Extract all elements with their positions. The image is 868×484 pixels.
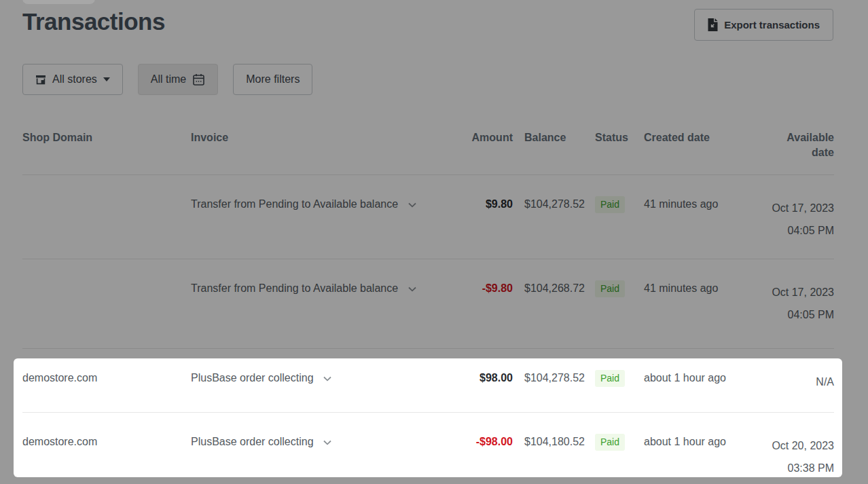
- table-row: Transfer from Pending to Available balan…: [22, 259, 834, 349]
- transactions-page: Transactions Export transactions All sto…: [0, 0, 868, 484]
- status-badge: Paid: [595, 280, 625, 297]
- column-balance: Balance: [513, 130, 592, 174]
- available-date-line2: 03:38 PM: [739, 457, 834, 479]
- page-title: Transactions: [22, 8, 165, 35]
- available-date-line1: Oct 17, 2023: [739, 281, 834, 303]
- cell-invoice: Transfer from Pending to Available balan…: [191, 197, 464, 259]
- cell-created-date: 41 minutes ago: [644, 197, 739, 259]
- table-row-highlighted: demostore.com PlusBase order collecting …: [22, 413, 834, 477]
- available-date-line1: N/A: [739, 371, 834, 393]
- cell-available-date: Oct 17, 2023 04:05 PM: [739, 197, 834, 259]
- cell-shop-domain: demostore.com: [22, 434, 191, 479]
- cell-shop-domain: [22, 281, 191, 348]
- cell-status: Paid: [592, 434, 644, 479]
- invoice-label: Transfer from Pending to Available balan…: [191, 282, 398, 294]
- cell-available-date: Oct 17, 2023 04:05 PM: [739, 281, 834, 348]
- storefront-icon: [35, 75, 46, 85]
- chevron-down-icon[interactable]: [323, 376, 331, 381]
- transactions-table: Shop Domain Invoice Amount Balance Statu…: [22, 115, 834, 477]
- table-header-row: Shop Domain Invoice Amount Balance Statu…: [22, 115, 834, 175]
- store-filter-label: All stores: [52, 73, 97, 86]
- cell-balance: $104,180.52: [513, 434, 592, 479]
- more-filters-label: More filters: [246, 73, 300, 86]
- cell-balance: $104,278.52: [513, 197, 592, 259]
- column-created-date: Created date: [644, 130, 739, 174]
- table-row: Transfer from Pending to Available balan…: [22, 175, 834, 259]
- cell-status: Paid: [592, 281, 644, 348]
- store-filter-button[interactable]: All stores: [22, 64, 123, 95]
- chevron-down-icon[interactable]: [323, 440, 331, 445]
- cell-amount: $98.00: [464, 371, 513, 412]
- cell-available-date: N/A: [739, 371, 834, 412]
- cell-invoice: PlusBase order collecting: [191, 371, 464, 412]
- available-date-line1: Oct 20, 2023: [739, 434, 834, 457]
- cell-invoice: PlusBase order collecting: [191, 434, 464, 479]
- column-shop-domain: Shop Domain: [22, 130, 191, 174]
- cell-status: Paid: [592, 197, 644, 259]
- cell-status: Paid: [592, 371, 644, 412]
- column-available-date: Available date: [739, 130, 834, 174]
- more-filters-button[interactable]: More filters: [233, 64, 312, 95]
- column-invoice: Invoice: [191, 130, 464, 174]
- status-badge: Paid: [595, 434, 625, 451]
- chevron-down-icon[interactable]: [408, 286, 416, 292]
- cell-amount: -$9.80: [464, 281, 513, 348]
- available-date-line2: 04:05 PM: [739, 303, 834, 326]
- cell-created-date: about 1 hour ago: [644, 371, 739, 412]
- cell-amount: -$98.00: [464, 434, 513, 479]
- export-button-label: Export transactions: [724, 19, 820, 31]
- chevron-down-icon[interactable]: [408, 202, 416, 208]
- export-file-icon: [708, 18, 718, 31]
- invoice-label: PlusBase order collecting: [191, 372, 314, 384]
- column-available-date-line1: Available: [739, 130, 834, 145]
- column-amount: Amount: [464, 130, 513, 174]
- cell-balance: $104,268.72: [513, 281, 592, 348]
- table-row-highlighted: demostore.com PlusBase order collecting …: [22, 349, 834, 413]
- calendar-icon: [192, 73, 205, 86]
- cell-shop-domain: [22, 197, 191, 259]
- cell-amount: $9.80: [464, 197, 513, 259]
- available-date-line2: 04:05 PM: [739, 219, 834, 242]
- filter-bar: All stores All time More filters: [22, 64, 312, 95]
- available-date-line1: Oct 17, 2023: [739, 197, 834, 219]
- cell-shop-domain: demostore.com: [22, 371, 191, 412]
- status-badge: Paid: [595, 370, 625, 387]
- cell-created-date: 41 minutes ago: [644, 281, 739, 348]
- cell-invoice: Transfer from Pending to Available balan…: [191, 281, 464, 348]
- cell-available-date: Oct 20, 2023 03:38 PM: [739, 434, 834, 479]
- cell-created-date: about 1 hour ago: [644, 434, 739, 479]
- invoice-label: PlusBase order collecting: [191, 436, 314, 447]
- invoice-label: Transfer from Pending to Available balan…: [191, 198, 398, 210]
- caret-down-icon: [103, 77, 110, 81]
- date-filter-label: All time: [151, 73, 186, 86]
- date-range-filter-button[interactable]: All time: [138, 64, 218, 95]
- cell-balance: $104,278.52: [513, 371, 592, 412]
- status-badge: Paid: [595, 196, 625, 213]
- column-status: Status: [592, 130, 644, 174]
- export-transactions-button[interactable]: Export transactions: [694, 9, 833, 41]
- column-available-date-line2: date: [739, 145, 834, 160]
- top-edge-partial-element: [22, 0, 95, 4]
